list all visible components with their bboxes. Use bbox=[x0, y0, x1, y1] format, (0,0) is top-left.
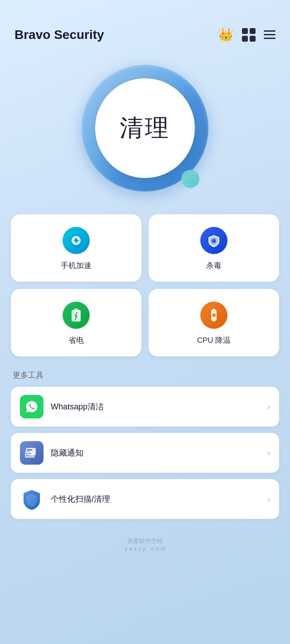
app-title: Bravo Security bbox=[14, 28, 218, 42]
tool-item-whatsapp[interactable]: Whatsapp清洁 › bbox=[11, 387, 279, 427]
whatsapp-tool-label: Whatsapp清洁 bbox=[51, 401, 260, 412]
clean-circle-inner: 清理 bbox=[95, 78, 195, 178]
feature-card-speed[interactable]: 手机加速 bbox=[11, 214, 141, 282]
feature-card-battery[interactable]: 省电 bbox=[11, 289, 141, 356]
svg-rect-9 bbox=[27, 449, 32, 451]
feature-grid: 手机加速 杀毒 省电 bbox=[0, 214, 290, 356]
notification-icon bbox=[20, 441, 44, 465]
crown-icon[interactable]: 👑 bbox=[218, 27, 234, 42]
battery-icon bbox=[63, 302, 90, 329]
clean-circle-button[interactable]: 清理 bbox=[82, 65, 208, 192]
svg-rect-13 bbox=[26, 455, 29, 456]
tool-item-notification[interactable]: 隐藏通知 › bbox=[11, 433, 279, 473]
whatsapp-icon bbox=[20, 395, 44, 418]
tool-item-custom-scan[interactable]: 👑 个性化扫描/清理 › bbox=[11, 479, 279, 519]
custom-scan-tool-label: 个性化扫描/清理 bbox=[51, 494, 260, 505]
cpu-icon bbox=[200, 302, 227, 329]
svg-rect-12 bbox=[26, 453, 31, 454]
antivirus-icon bbox=[200, 227, 227, 254]
notification-chevron-icon: › bbox=[267, 448, 270, 458]
speed-label: 手机加速 bbox=[61, 260, 92, 271]
app-header: Bravo Security 👑 bbox=[0, 0, 290, 51]
hamburger-menu-icon[interactable] bbox=[264, 30, 276, 39]
feature-card-antivirus[interactable]: 杀毒 bbox=[149, 214, 279, 282]
svg-rect-3 bbox=[74, 308, 78, 310]
svg-point-1 bbox=[212, 239, 216, 243]
header-actions: 👑 bbox=[218, 27, 276, 42]
svg-point-5 bbox=[212, 313, 216, 317]
feature-card-cpu[interactable]: CPU 降温 bbox=[149, 289, 279, 356]
custom-scan-chevron-icon: › bbox=[267, 495, 270, 504]
watermark: 弄星软件空间 y x s s p . c o m bbox=[0, 537, 290, 561]
antivirus-label: 杀毒 bbox=[206, 260, 222, 271]
more-tools-heading: 更多工具 bbox=[0, 370, 290, 387]
whatsapp-chevron-icon: › bbox=[267, 402, 270, 412]
notification-tool-label: 隐藏通知 bbox=[51, 447, 260, 458]
cpu-label: CPU 降温 bbox=[197, 335, 231, 346]
main-circle-section: 清理 bbox=[0, 51, 290, 214]
speed-icon bbox=[63, 227, 90, 254]
shield-crown-icon: 👑 bbox=[20, 487, 44, 511]
battery-label: 省电 bbox=[68, 335, 84, 346]
grid-layout-icon[interactable] bbox=[242, 28, 256, 42]
tool-list: Whatsapp清洁 › 隐藏通知 › bbox=[0, 387, 290, 537]
clean-label: 清理 bbox=[120, 112, 170, 144]
